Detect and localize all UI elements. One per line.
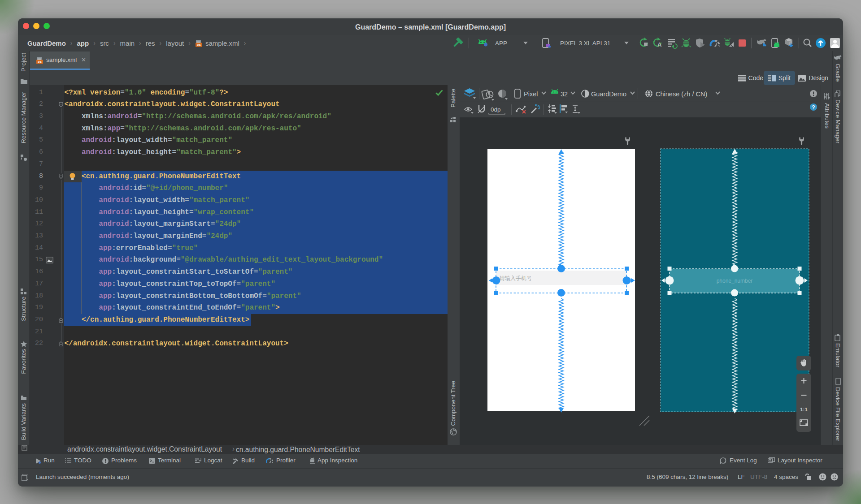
svg-text:Pixel: Pixel xyxy=(524,90,538,98)
svg-text:<>: <> xyxy=(197,43,201,47)
svg-text:32: 32 xyxy=(561,90,568,98)
svg-text:<>: <> xyxy=(38,60,42,64)
svg-text:APP: APP xyxy=(495,40,507,47)
svg-text:?: ? xyxy=(812,104,815,111)
svg-text:0dp: 0dp xyxy=(491,106,501,113)
svg-text:A: A xyxy=(657,41,662,48)
svg-text:Chinese (zh / CN): Chinese (zh / CN) xyxy=(656,90,707,98)
svg-text:PIXEL 3 XL API 31: PIXEL 3 XL API 31 xyxy=(560,40,610,47)
svg-text:1:1: 1:1 xyxy=(800,407,808,412)
svg-text:GuardDemo: GuardDemo xyxy=(591,90,626,98)
